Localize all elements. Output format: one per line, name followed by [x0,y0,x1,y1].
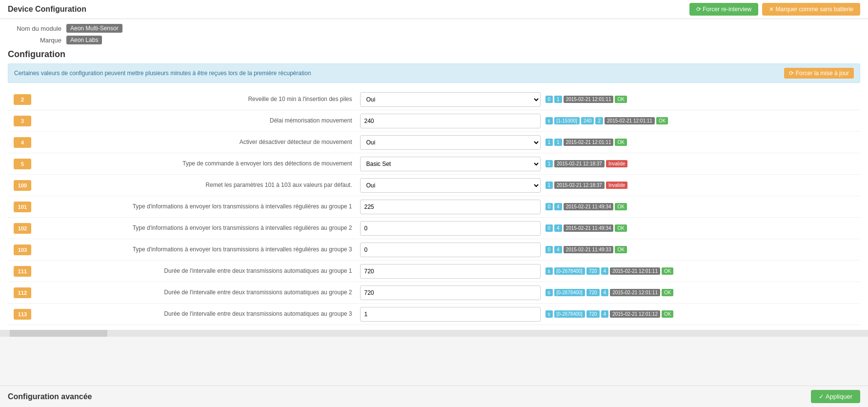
row-select[interactable]: OuiNon [360,135,541,150]
force-interview-button[interactable]: ⟳ Forcer re-interview [689,3,758,16]
status-badge: 2015-02-21 12:01:11 [610,267,660,275]
row-input[interactable] [360,264,541,279]
status-badge: OK [656,117,668,124]
status-badge: 240 [581,117,594,124]
row-number-badge: 5 [14,159,31,169]
row-input[interactable] [360,221,541,236]
row-input[interactable] [360,243,541,257]
mark-no-battery-button[interactable]: ✕ Marquer comme sans batterie [762,3,860,16]
status-badge: 2015-02-21 11:49:33 [564,246,614,253]
row-number-badge: 111 [14,266,31,277]
config-section-title: Configuration [8,49,860,60]
status-badge: OK [615,203,626,210]
table-row: 5Type de commande à envoyer lors des dét… [8,153,860,175]
horizontal-scrollbar[interactable] [0,330,868,337]
status-badge: 4 [601,310,609,318]
table-row: 112Durée de l'intervalle entre deux tran… [8,282,860,304]
row-input[interactable] [360,200,541,214]
row-status: s[0-2678400]72042015-02-21 12:01:11OK [541,289,861,296]
status-badge: OK [615,139,626,146]
status-badge: 4 [601,267,609,275]
status-badge: 2015-02-21 12:01:11 [610,289,660,296]
row-label: Remet les paramètres 101 à 103 aux valeu… [37,182,360,189]
status-badge: 0 [545,96,553,103]
row-number-badge: 101 [14,202,31,212]
table-row: 101Type d'informations à envoyer lors tr… [8,196,860,218]
row-select[interactable]: OuiNon [360,92,541,107]
status-badge: 2015-02-21 11:49:34 [564,224,614,232]
row-select[interactable]: Basic SetBinary Report [360,157,541,171]
row-number-badge: 4 [14,137,31,148]
module-name-value: Aeon Multi-Sensor [66,24,122,33]
status-badge: s [545,267,553,275]
status-badge: 4 [554,246,562,253]
status-badge: Invalide [606,160,627,167]
module-info: Nom du module Aeon Multi-Sensor Marque A… [8,24,860,44]
table-row: 2Reveille de 10 min à l'insertion des pi… [8,89,860,110]
row-label: Type d'informations à envoyer lors trans… [37,203,360,211]
brand-label: Marque [8,37,66,44]
row-select[interactable]: OuiNon [360,178,541,193]
row-number-badge: 2 [14,94,31,105]
row-status: 042015-02-21 11:49:34OK [541,224,861,232]
status-badge: [0-2678400] [554,310,585,318]
status-badge: Invalide [606,182,627,189]
status-badge: OK [662,267,673,275]
table-row: 113Durée de l'intervalle entre deux tran… [8,304,860,325]
row-label: Durée de l'intervalle entre deux transmi… [37,289,360,297]
table-row: 100Remet les paramètres 101 à 103 aux va… [8,175,860,196]
row-label: Activer désactiver détecteur de mouvemen… [37,139,360,146]
status-badge: 2015-02-21 11:49:34 [564,203,614,210]
status-badge: 720 [586,267,600,275]
force-update-button[interactable]: ⟳ Forcer la mise à jour [784,68,854,79]
status-badge: [1-15300] [554,117,580,124]
row-input[interactable] [360,307,541,322]
status-badge: 1 [545,160,553,167]
status-badge: 2015-02-21 12:18:37 [554,160,605,167]
status-badge: 1 [545,182,553,189]
table-row: 4Activer désactiver détecteur de mouveme… [8,132,860,153]
row-status: s[0-2678400]72042015-02-21 12:01:12OK [541,310,861,318]
row-label: Type de commande à envoyer lors des déte… [37,160,360,168]
row-status: 042015-02-21 11:49:33OK [541,246,861,253]
status-badge: [0-2678400] [554,267,585,275]
row-status: 042015-02-21 11:49:34OK [541,203,861,210]
row-number-badge: 112 [14,287,31,298]
row-status: 12015-02-21 12:18:37Invalide [541,182,861,189]
row-input[interactable] [360,285,541,300]
status-badge: s [545,117,553,124]
status-badge: 2015-02-21 12:01:11 [605,117,655,124]
status-badge: 1 [554,139,562,146]
row-number-badge: 113 [14,309,31,320]
status-badge: 2015-02-21 12:01:12 [610,310,660,318]
row-status: 12015-02-21 12:18:37Invalide [541,160,861,167]
status-badge: OK [615,96,626,103]
status-badge: 4 [601,289,609,296]
status-badge: 720 [586,289,600,296]
status-badge: 2 [595,117,603,124]
row-status: 012015-02-21 12:01:11OK [541,96,861,103]
status-badge: 2015-02-21 12:01:11 [564,139,614,146]
row-input[interactable] [360,114,541,128]
info-banner: Certaines valeurs de configuration peuve… [8,63,860,83]
row-label: Délai mémorisation mouvement [37,117,360,125]
status-badge: OK [615,224,626,232]
row-number-badge: 102 [14,223,31,234]
page-title: Device Configuration [8,5,86,14]
status-badge: OK [662,289,673,296]
info-banner-text: Certaines valeurs de configuration peuve… [14,70,311,77]
row-number-badge: 3 [14,116,31,126]
status-badge: s [545,289,553,296]
table-row: 102Type d'informations à envoyer lors tr… [8,218,860,239]
status-badge: 4 [554,203,562,210]
row-label: Type d'informations à envoyer lors trans… [37,246,360,254]
table-row: 3Délai mémorisation mouvements[1-15300]2… [8,110,860,132]
table-row: 111Durée de l'intervalle entre deux tran… [8,261,860,282]
status-badge: 720 [586,310,600,318]
module-name-label: Nom du module [8,25,66,32]
status-badge: 2015-02-21 12:01:11 [564,96,614,103]
row-label: Durée de l'intervalle entre deux transmi… [37,310,360,318]
row-label: Durée de l'intervalle entre deux transmi… [37,267,360,275]
row-number-badge: 103 [14,244,31,255]
status-badge: OK [662,310,673,318]
